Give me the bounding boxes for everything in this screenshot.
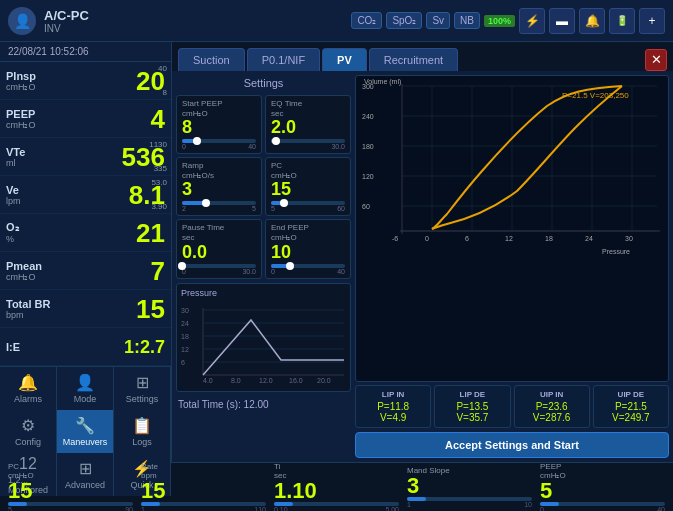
nav-btn-mode[interactable]: 👤Mode bbox=[57, 367, 114, 410]
slider-thumb bbox=[280, 199, 288, 207]
svg-text:30: 30 bbox=[625, 235, 633, 242]
metric-name: PEEP bbox=[6, 108, 110, 120]
nav-btn-logs[interactable]: 📋Logs bbox=[114, 410, 171, 453]
pressure-chart-label: Pressure bbox=[181, 288, 346, 298]
svg-text:12: 12 bbox=[505, 235, 513, 242]
metric-value: 7 bbox=[110, 258, 165, 284]
bottom-metric-label: Tisec bbox=[274, 462, 399, 480]
bottom-slider-range: 0.105.00 bbox=[274, 506, 399, 512]
tab-suction[interactable]: Suction bbox=[178, 48, 245, 71]
setting-box: End PEEPcmH₂O 10 0 40 bbox=[265, 219, 351, 278]
metric-name: Total BR bbox=[6, 298, 110, 310]
lip-v: V=4.9 bbox=[360, 412, 426, 423]
nav-btn-settings[interactable]: ⊞Settings bbox=[114, 367, 171, 410]
slider-range: 2 5 bbox=[182, 205, 256, 212]
setting-value: 10 bbox=[271, 243, 345, 261]
slider-track[interactable] bbox=[182, 201, 256, 205]
svg-text:24: 24 bbox=[181, 320, 189, 327]
svg-text:-6: -6 bbox=[392, 235, 398, 242]
bottom-slider-fill bbox=[8, 502, 27, 506]
bottom-slider-range: 040 bbox=[540, 506, 665, 512]
metric-value: 15 bbox=[110, 296, 165, 322]
setting-box: PCcmH₂O 15 5 60 bbox=[265, 157, 351, 216]
slider-track[interactable] bbox=[271, 264, 345, 268]
chart-panel: 300 240 180 120 60 Volume (ml) -6 0 6 12… bbox=[355, 75, 669, 458]
tabs-bar: SuctionP0.1/NIFPVRecruitment✕ bbox=[172, 42, 673, 71]
metric-unit: cmH₂O bbox=[6, 82, 110, 92]
minimize-icon[interactable]: ▬ bbox=[549, 8, 575, 34]
nav-icon: 🔧 bbox=[75, 416, 95, 435]
bottom-slider[interactable] bbox=[8, 502, 133, 506]
metrics-container: PInsp cmH₂O 20 408 PEEP cmH₂O 4 VTe ml 5… bbox=[0, 62, 171, 366]
slider-track[interactable] bbox=[182, 264, 256, 268]
svg-text:18: 18 bbox=[545, 235, 553, 242]
slider-track[interactable] bbox=[271, 139, 345, 143]
setting-value: 0.0 bbox=[182, 243, 256, 261]
setting-box: Start PEEPcmH₂O 8 0 40 bbox=[176, 95, 262, 154]
nav-btn-maneuvers[interactable]: 🔧Maneuvers bbox=[57, 410, 114, 453]
percent-badge: 100% bbox=[484, 15, 515, 27]
tab-p01nif[interactable]: P0.1/NIF bbox=[247, 48, 320, 71]
metric-row: VTe ml 536 1130335 bbox=[0, 138, 171, 176]
setting-label: PCcmH₂O bbox=[271, 161, 345, 180]
lip-p: P=21.5 bbox=[598, 401, 664, 412]
metric-high: 1130 bbox=[149, 140, 167, 149]
svg-text:12.0: 12.0 bbox=[259, 377, 273, 384]
slider-track[interactable] bbox=[271, 201, 345, 205]
slider-min: 5 bbox=[271, 205, 275, 212]
battery-icon[interactable]: 🔋 bbox=[609, 8, 635, 34]
metric-value: 1:2.7 bbox=[110, 338, 165, 356]
metric-value: 20 bbox=[110, 68, 165, 94]
metric-row: PEEP cmH₂O 4 bbox=[0, 100, 171, 138]
lip-p: P=13.5 bbox=[439, 401, 505, 412]
slider-max: 60 bbox=[337, 205, 345, 212]
slider-min: 0 bbox=[182, 143, 186, 150]
bottom-slider-fill bbox=[407, 497, 426, 501]
metric-unit: lpm bbox=[6, 196, 110, 206]
lip-p: P=11.8 bbox=[360, 401, 426, 412]
bottom-metric-label: PEEPcmH₂O bbox=[540, 462, 665, 480]
bottom-metric-value: 5 bbox=[540, 480, 665, 502]
svg-text:60: 60 bbox=[362, 203, 370, 210]
bottom-slider[interactable] bbox=[274, 502, 399, 506]
lip-box: UIP IN P=23.6 V=287.6 bbox=[514, 385, 590, 428]
metric-low: 8 bbox=[163, 88, 167, 97]
bottom-metric-label: PCcmH₂O bbox=[8, 462, 133, 480]
tab-pv[interactable]: PV bbox=[322, 48, 367, 71]
bottom-metric-group: PEEPcmH₂O 5 040 bbox=[540, 462, 665, 512]
lip-p: P=23.6 bbox=[519, 401, 585, 412]
metric-row: I:E 1:2.7 bbox=[0, 328, 171, 366]
nav-label: Logs bbox=[132, 437, 152, 447]
tab-close-btn[interactable]: ✕ bbox=[645, 49, 667, 71]
lip-v: V=287.6 bbox=[519, 412, 585, 423]
nav-label: Maneuvers bbox=[63, 437, 108, 447]
nav-icon: ⊞ bbox=[136, 373, 149, 392]
svg-text:0: 0 bbox=[425, 235, 429, 242]
power-icon[interactable]: ⚡ bbox=[519, 8, 545, 34]
nav-btn-alarms[interactable]: 🔔Alarms bbox=[0, 367, 57, 410]
setting-label: RampcmH₂O/s bbox=[182, 161, 256, 180]
bottom-slider[interactable] bbox=[407, 497, 532, 501]
metric-row: Pmean cmH₂O 7 bbox=[0, 252, 171, 290]
accept-btn[interactable]: Accept Settings and Start bbox=[355, 432, 669, 458]
alarm-icon[interactable]: 🔔 bbox=[579, 8, 605, 34]
svg-text:16.0: 16.0 bbox=[289, 377, 303, 384]
metric-unit: ml bbox=[6, 158, 110, 168]
svg-text:30: 30 bbox=[181, 307, 189, 314]
bottom-slider[interactable] bbox=[540, 502, 665, 506]
pressure-chart-svg: 30 24 18 12 6 4.0 8.0 12.0 16.0 20.0 bbox=[181, 300, 344, 385]
lip-v: V=35.7 bbox=[439, 412, 505, 423]
metric-row: PInsp cmH₂O 20 408 bbox=[0, 62, 171, 100]
bottom-slider[interactable] bbox=[141, 502, 266, 506]
add-icon[interactable]: + bbox=[639, 8, 665, 34]
co2-badge: CO₂ bbox=[351, 12, 382, 29]
header: 👤 A/C-PC INV CO₂ SpO₂ Sv NB 100% ⚡ ▬ 🔔 🔋… bbox=[0, 0, 673, 42]
nav-btn-config[interactable]: ⚙Config bbox=[0, 410, 57, 453]
setting-box: RampcmH₂O/s 3 2 5 bbox=[176, 157, 262, 216]
setting-label: Pause Timesec bbox=[182, 223, 256, 242]
metric-label: PInsp cmH₂O bbox=[6, 70, 110, 92]
svg-text:24: 24 bbox=[585, 235, 593, 242]
tab-recruitment[interactable]: Recruitment bbox=[369, 48, 458, 71]
slider-range: 0 40 bbox=[182, 143, 256, 150]
slider-track[interactable] bbox=[182, 139, 256, 143]
